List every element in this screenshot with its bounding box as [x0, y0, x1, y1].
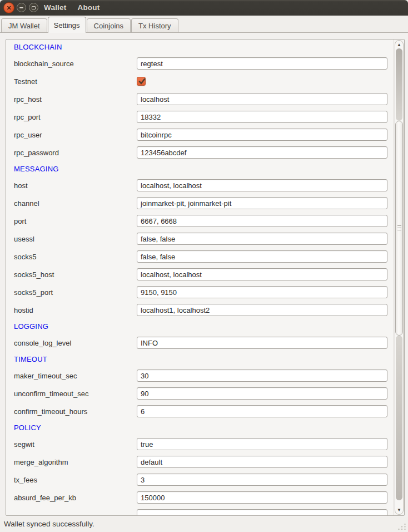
- settings-row-segwit: segwit: [6, 435, 394, 453]
- checkmark-icon: [138, 77, 146, 86]
- rpc-user-input[interactable]: [137, 129, 387, 141]
- settings-row-partial: [6, 506, 394, 516]
- maximize-icon: [32, 6, 36, 9]
- settings-form: BLOCKCHAINblockchain_sourceTestnetrpc_ho…: [6, 40, 394, 516]
- minimize-button[interactable]: [17, 3, 26, 12]
- field-label: tx_fees: [14, 476, 137, 484]
- joinmarket-wallet-window: ✕ Wallet About JM WalletSettingsCoinjoin…: [0, 0, 408, 532]
- scrollbar-grip-icon: [397, 225, 401, 231]
- settings-row-port: port: [6, 212, 394, 230]
- settings-row-tx-fees: tx_fees: [6, 471, 394, 489]
- settings-row-unconfirm-timeout-sec: unconfirm_timeout_sec: [6, 385, 394, 402]
- field-label: hostid: [14, 306, 137, 314]
- field-label: port: [14, 217, 137, 225]
- chevron-down-icon: ▼: [397, 508, 401, 513]
- segwit-input[interactable]: [137, 438, 387, 450]
- field-label: rpc_user: [14, 131, 137, 139]
- field-label: rpc_password: [14, 149, 137, 157]
- field-label: unconfirm_timeout_sec: [14, 390, 137, 398]
- field-label: socks5_port: [14, 288, 137, 297]
- titlebar[interactable]: ✕ Wallet About: [0, 0, 408, 16]
- scrollbar-down-button[interactable]: ▼: [395, 506, 403, 514]
- settings-row-maker-timeout-sec: maker_timeout_sec: [6, 367, 394, 385]
- partial-input[interactable]: [137, 509, 387, 516]
- socks5-input[interactable]: [137, 250, 387, 263]
- tab-tx-history[interactable]: Tx History: [131, 18, 178, 32]
- settings-scroll-area: BLOCKCHAINblockchain_sourceTestnetrpc_ho…: [6, 39, 405, 516]
- menu-about[interactable]: About: [73, 0, 103, 16]
- console-log-level-input[interactable]: [137, 337, 387, 349]
- rpc-password-input[interactable]: [137, 146, 387, 159]
- tab-settings[interactable]: Settings: [48, 17, 86, 33]
- maker-timeout-sec-input[interactable]: [137, 370, 387, 382]
- field-label: maker_timeout_sec: [14, 372, 137, 380]
- confirm-timeout-hours-input[interactable]: [137, 405, 387, 417]
- maximize-button[interactable]: [29, 3, 38, 12]
- tab-bar: JM WalletSettingsCoinjoinsTx History: [0, 16, 408, 33]
- vertical-scrollbar[interactable]: ▲ ▼: [394, 40, 404, 515]
- field-label: socks5_host: [14, 270, 137, 279]
- close-button[interactable]: ✕: [3, 2, 14, 13]
- field-label: console_log_level: [14, 339, 137, 347]
- merge-algorithm-input[interactable]: [137, 456, 387, 468]
- settings-row-rpc-port: rpc_port: [6, 108, 394, 126]
- settings-row-socks5-port: socks5_port: [6, 283, 394, 301]
- field-label: rpc_port: [14, 113, 137, 121]
- tab-coinjoins[interactable]: Coinjoins: [87, 18, 131, 32]
- field-label: Testnet: [14, 77, 137, 86]
- resize-grip[interactable]: [397, 523, 406, 530]
- status-bar: Wallet synced successfully.: [0, 517, 408, 532]
- settings-row-hostid: hostid: [6, 301, 394, 319]
- field-label: host: [14, 181, 137, 190]
- usessl-input[interactable]: [137, 233, 387, 245]
- close-icon: ✕: [6, 5, 11, 11]
- chevron-up-icon: ▲: [397, 42, 401, 47]
- settings-row-channel: channel: [6, 194, 394, 212]
- settings-row-socks5: socks5: [6, 248, 394, 265]
- field-label: socks5: [14, 253, 137, 261]
- menu-wallet[interactable]: Wallet: [40, 0, 70, 16]
- scrollbar-up-button[interactable]: ▲: [395, 41, 403, 48]
- settings-row-rpc-host: rpc_host: [6, 90, 394, 108]
- settings-row-rpc-user: rpc_user: [6, 126, 394, 144]
- field-label: segwit: [14, 440, 137, 449]
- field-label: rpc_host: [14, 95, 137, 104]
- settings-row-merge-algorithm: merge_algorithm: [6, 453, 394, 471]
- settings-row-console-log-level: console_log_level: [6, 334, 394, 352]
- settings-row-confirm-timeout-hours: confirm_timeout_hours: [6, 402, 394, 420]
- socks5-port-input[interactable]: [137, 286, 387, 298]
- hostid-input[interactable]: [137, 304, 387, 316]
- scrollbar-track[interactable]: ▲ ▼: [395, 40, 404, 515]
- field-label: confirm_timeout_hours: [14, 407, 137, 416]
- settings-pane: BLOCKCHAINblockchain_sourceTestnetrpc_ho…: [0, 33, 408, 532]
- rpc-port-input[interactable]: [137, 111, 387, 123]
- scrollbar-trough-top[interactable]: [396, 48, 402, 121]
- absurd-fee-per-kb-input[interactable]: [137, 491, 387, 504]
- blockchain-source-input[interactable]: [137, 57, 387, 70]
- tab-jm-wallet[interactable]: JM Wallet: [1, 18, 47, 32]
- status-text: Wallet synced successfully.: [4, 517, 94, 532]
- settings-row-host: host: [6, 176, 394, 194]
- field-label: absurd_fee_per_kb: [14, 494, 137, 502]
- field-label: merge_algorithm: [14, 458, 137, 466]
- port-input[interactable]: [137, 215, 387, 227]
- minimize-icon: [19, 7, 23, 8]
- settings-row-socks5-host: socks5_host: [6, 265, 394, 283]
- menubar: Wallet About: [40, 0, 103, 16]
- scrollbar-thumb[interactable]: [395, 121, 403, 336]
- field-label: channel: [14, 199, 137, 208]
- channel-input[interactable]: [137, 197, 387, 209]
- unconfirm-timeout-sec-input[interactable]: [137, 387, 387, 400]
- host-input[interactable]: [137, 179, 387, 191]
- socks5-host-input[interactable]: [137, 268, 387, 280]
- field-label: blockchain_source: [14, 60, 137, 68]
- rpc-host-input[interactable]: [137, 93, 387, 105]
- settings-row-rpc-password: rpc_password: [6, 144, 394, 161]
- settings-row-blockchain-source: blockchain_source: [6, 55, 394, 72]
- field-label: usessl: [14, 235, 137, 243]
- settings-row-absurd-fee-per-kb: absurd_fee_per_kb: [6, 489, 394, 506]
- tx-fees-input[interactable]: [137, 474, 387, 486]
- settings-row-usessl: usessl: [6, 230, 394, 248]
- testnet-checkbox[interactable]: [137, 77, 146, 86]
- scrollbar-trough-bottom[interactable]: [396, 336, 402, 500]
